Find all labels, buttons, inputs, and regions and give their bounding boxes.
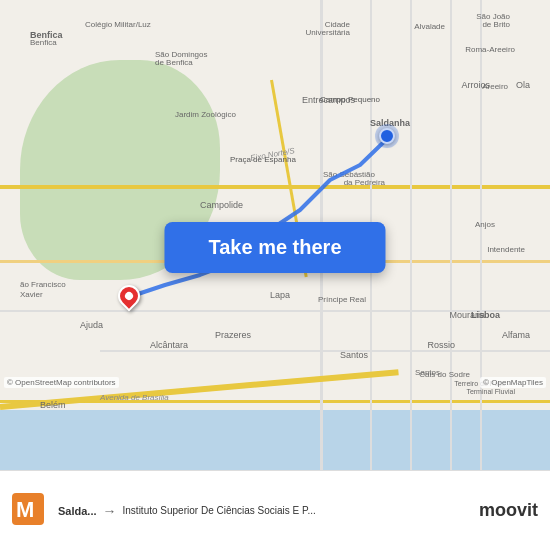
label-rossio: Rossio bbox=[427, 340, 455, 350]
label-santos: Santos bbox=[340, 350, 368, 360]
label-sao-sebastiao-2: da Pedreira bbox=[344, 178, 385, 187]
bottom-navigation-bar: M Salda... → Instituto Superior De Ciênc… bbox=[0, 470, 550, 550]
route-to-label: Instituto Superior De Ciências Sociais E… bbox=[123, 505, 316, 516]
pin-shape bbox=[113, 280, 144, 311]
omt-attribution: © OpenMapTiles bbox=[480, 377, 546, 388]
map-container: Benfica Benfica Ajuda Alcântara Belém Sa… bbox=[0, 0, 550, 470]
take-me-there-button[interactable]: Take me there bbox=[164, 222, 385, 273]
road-major-horizontal-1 bbox=[0, 185, 550, 189]
road-minor-horizontal-4 bbox=[100, 350, 550, 352]
label-alfama: Alfama bbox=[502, 330, 530, 340]
label-jardim-zoo: Jardim Zoológico bbox=[175, 110, 236, 119]
label-lapa: Lapa bbox=[270, 290, 290, 300]
label-ajuda: Ajuda bbox=[80, 320, 103, 330]
label-campo-pequeno: Campo Pequeno bbox=[320, 95, 380, 104]
label-alcantara: Alcântara bbox=[150, 340, 188, 350]
label-sao-domingos-2: de Benfica bbox=[155, 58, 193, 67]
label-mouraria: Mouraria bbox=[449, 310, 485, 320]
pin-dot bbox=[123, 290, 134, 301]
route-from-label: Salda... bbox=[58, 505, 97, 517]
road-vertical-5 bbox=[450, 0, 452, 470]
moovit-logo: M bbox=[12, 493, 44, 529]
label-belem: Belém bbox=[40, 400, 66, 410]
marker-pulse bbox=[375, 124, 399, 148]
moovit-logo-icon: M bbox=[12, 493, 44, 525]
svg-text:M: M bbox=[16, 497, 34, 522]
label-cidade-univ2: Universitária bbox=[306, 28, 350, 37]
route-summary: Salda... → Instituto Superior De Ciência… bbox=[58, 503, 471, 519]
label-francisco2: Xavier bbox=[20, 290, 43, 299]
label-areeiro: Areeiro bbox=[482, 82, 508, 91]
label-intendente: Intendente bbox=[487, 245, 525, 254]
label-campolide: Campolide bbox=[200, 200, 243, 210]
osm-attribution: © OpenStreetMap contributors bbox=[4, 377, 119, 388]
label-principe-real: Príncipe Real bbox=[318, 295, 366, 304]
label-anjos: Anjos bbox=[475, 220, 495, 229]
label-alvalade: Alvalade bbox=[414, 22, 445, 31]
route-arrow-icon: → bbox=[103, 503, 117, 519]
label-colegio: Colégio Militar/Luz bbox=[85, 20, 151, 29]
label-benfica2: Benfica bbox=[30, 38, 57, 47]
label-joao-brito2: de Brito bbox=[482, 20, 510, 29]
label-prazeres: Prazeres bbox=[215, 330, 251, 340]
origin-marker bbox=[379, 128, 395, 144]
label-francisco: ão Francisco bbox=[20, 280, 66, 289]
label-roma-areeiro: Roma-Areeiro bbox=[465, 45, 515, 54]
label-ola: Ola bbox=[516, 80, 530, 90]
label-avenida-brasilia: Avenida de Brasília bbox=[100, 393, 169, 402]
label-santos2: Santos bbox=[415, 368, 440, 377]
moovit-brand-text: moovit bbox=[479, 500, 538, 521]
road-vertical-6 bbox=[480, 0, 482, 470]
map-water bbox=[0, 410, 550, 470]
label-terminal2: Terminal Fluvial bbox=[466, 388, 515, 395]
road-vertical-4 bbox=[410, 0, 412, 470]
destination-marker bbox=[118, 285, 142, 309]
